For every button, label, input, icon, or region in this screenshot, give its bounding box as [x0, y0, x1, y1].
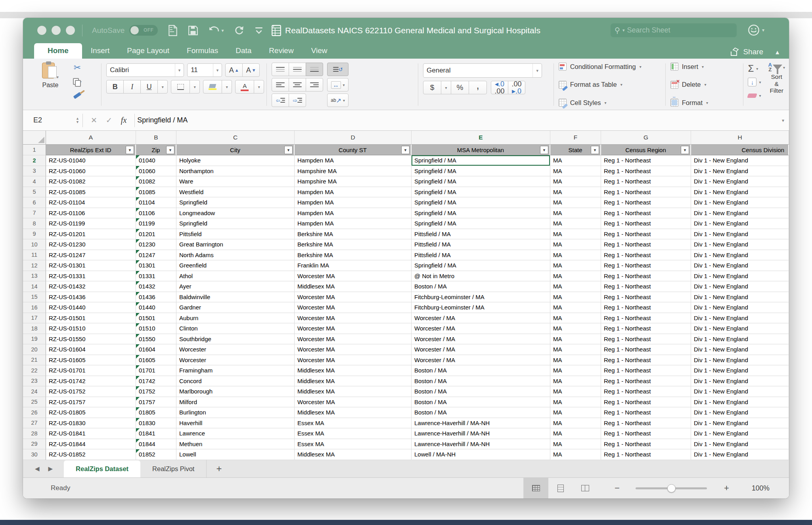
- cell-c11[interactable]: North Adams: [176, 250, 295, 261]
- row-header-27[interactable]: 27: [23, 418, 46, 429]
- cell-d23[interactable]: Middlesex MA: [295, 376, 412, 387]
- cell-e6[interactable]: Springfield / MA: [412, 197, 550, 208]
- collapse-ribbon-icon[interactable]: ▲: [774, 49, 780, 55]
- row-header-23[interactable]: 23: [23, 376, 46, 387]
- cell-a24[interactable]: RZ-US-01752: [46, 386, 136, 397]
- cell-b26[interactable]: 01805: [136, 407, 176, 418]
- number-format-select[interactable]: General ▾: [423, 63, 542, 78]
- cell-b12[interactable]: 01301: [136, 260, 176, 271]
- save-button[interactable]: [188, 25, 198, 36]
- cell-e5[interactable]: Springfield / MA: [412, 187, 550, 198]
- cell-a3[interactable]: RZ-US-01060: [46, 166, 136, 177]
- cell-g9[interactable]: Reg 1 - Northeast: [601, 229, 691, 240]
- tab-data[interactable]: Data: [227, 43, 260, 59]
- cell-g10[interactable]: Reg 1 - Northeast: [601, 239, 691, 250]
- cell-g24[interactable]: Reg 1 - Northeast: [601, 386, 691, 397]
- row-header-25[interactable]: 25: [23, 397, 46, 408]
- cell-a13[interactable]: RZ-US-01331: [46, 271, 136, 282]
- column-header-d[interactable]: D: [295, 131, 412, 145]
- cell-a30[interactable]: RZ-US-01852: [46, 449, 136, 460]
- cell-g25[interactable]: Reg 1 - Northeast: [601, 397, 691, 408]
- cell-d8[interactable]: Hampden MA: [295, 218, 412, 229]
- cell-b7[interactable]: 01106: [136, 208, 176, 219]
- cell-b27[interactable]: 01830: [136, 418, 176, 429]
- cell-f23[interactable]: MA: [550, 376, 601, 387]
- cell-f14[interactable]: MA: [550, 281, 601, 292]
- name-box[interactable]: E2 ▲▼: [23, 116, 82, 124]
- cell-f22[interactable]: MA: [550, 365, 601, 376]
- cell-c13[interactable]: Athol: [176, 271, 295, 282]
- column-filter-button[interactable]: ▼: [126, 146, 134, 154]
- cell-f25[interactable]: MA: [550, 397, 601, 408]
- cell-g16[interactable]: Reg 1 - Northeast: [601, 302, 691, 313]
- cell-c3[interactable]: Northampton: [176, 166, 295, 177]
- header-cell-e1[interactable]: MSA Metropolitan▼: [412, 145, 550, 155]
- cell-c28[interactable]: Lawrence: [176, 428, 295, 439]
- zoom-out-button[interactable]: −: [615, 483, 620, 493]
- cell-d16[interactable]: Worcester MA: [295, 302, 412, 313]
- cell-a21[interactable]: RZ-US-01605: [46, 355, 136, 366]
- cell-h5[interactable]: Div 1 - New England: [691, 187, 789, 198]
- row-header-1[interactable]: 1: [23, 145, 46, 155]
- cell-g29[interactable]: Reg 1 - Northeast: [601, 439, 691, 450]
- cell-a5[interactable]: RZ-US-01085: [46, 187, 136, 198]
- cell-a2[interactable]: RZ-US-01040: [46, 155, 136, 166]
- cell-b10[interactable]: 01230: [136, 239, 176, 250]
- align-right-button[interactable]: [306, 78, 323, 92]
- formula-input[interactable]: Springfield / MA: [135, 116, 188, 124]
- tab-view[interactable]: View: [303, 43, 336, 59]
- cell-e7[interactable]: Springfield / MA: [412, 208, 550, 219]
- cell-h21[interactable]: Div 1 - New England: [691, 355, 789, 366]
- cell-c5[interactable]: Westfield: [176, 187, 295, 198]
- more-commands-button[interactable]: [255, 26, 263, 35]
- wrap-text-button[interactable]: ↺: [327, 63, 349, 76]
- cell-f30[interactable]: MA: [550, 449, 601, 460]
- search-input[interactable]: [627, 26, 733, 34]
- cell-h25[interactable]: Div 1 - New England: [691, 397, 789, 408]
- cell-h30[interactable]: Div 1 - New England: [691, 449, 789, 460]
- cell-g14[interactable]: Reg 1 - Northeast: [601, 281, 691, 292]
- cell-b20[interactable]: 01604: [136, 344, 176, 355]
- cell-c23[interactable]: Concord: [176, 376, 295, 387]
- cell-h27[interactable]: Div 1 - New England: [691, 418, 789, 429]
- cell-h2[interactable]: Div 1 - New England: [691, 155, 789, 166]
- cell-a12[interactable]: RZ-US-01301: [46, 260, 136, 271]
- cell-c19[interactable]: Southbridge: [176, 334, 295, 345]
- cell-d4[interactable]: Hampshire MA: [295, 176, 412, 187]
- cell-h15[interactable]: Div 1 - New England: [691, 292, 789, 303]
- borders-button[interactable]: [171, 80, 190, 94]
- cell-e10[interactable]: Pittsfield / MA: [412, 239, 550, 250]
- cell-g3[interactable]: Reg 1 - Northeast: [601, 166, 691, 177]
- cell-h28[interactable]: Div 1 - New England: [691, 428, 789, 439]
- cell-f3[interactable]: MA: [550, 166, 601, 177]
- next-sheet-button[interactable]: ▶: [48, 465, 53, 472]
- cell-a4[interactable]: RZ-US-01082: [46, 176, 136, 187]
- cell-d10[interactable]: Berkshire MA: [295, 239, 412, 250]
- undo-button[interactable]: ▾: [209, 26, 224, 35]
- cell-a29[interactable]: RZ-US-01844: [46, 439, 136, 450]
- cell-f5[interactable]: MA: [550, 187, 601, 198]
- cell-d14[interactable]: Middlesex MA: [295, 281, 412, 292]
- cell-e4[interactable]: Springfield / MA: [412, 176, 550, 187]
- cell-c18[interactable]: Clinton: [176, 323, 295, 334]
- select-all-corner[interactable]: [23, 131, 46, 145]
- search-sheet-box[interactable]: ⚲ ▾: [611, 23, 737, 37]
- cell-c16[interactable]: Gardner: [176, 302, 295, 313]
- italic-button[interactable]: I: [123, 80, 141, 94]
- cell-g30[interactable]: Reg 1 - Northeast: [601, 449, 691, 460]
- cell-h20[interactable]: Div 1 - New England: [691, 344, 789, 355]
- cell-e9[interactable]: Pittsfield / MA: [412, 229, 550, 240]
- cell-a22[interactable]: RZ-US-01701: [46, 365, 136, 376]
- insert-function-button[interactable]: fx: [121, 116, 126, 125]
- cell-c10[interactable]: Great Barrington: [176, 239, 295, 250]
- cell-g5[interactable]: Reg 1 - Northeast: [601, 187, 691, 198]
- cell-c12[interactable]: Greenfield: [176, 260, 295, 271]
- cell-f17[interactable]: MA: [550, 313, 601, 324]
- row-header-6[interactable]: 6: [23, 197, 46, 208]
- copy-button[interactable]: ▾: [71, 76, 84, 88]
- increase-decimal-button[interactable]: ◂.0.00: [491, 81, 508, 94]
- cell-h24[interactable]: Div 1 - New England: [691, 386, 789, 397]
- cell-e21[interactable]: Worcester / MA: [412, 355, 550, 366]
- cell-a25[interactable]: RZ-US-01757: [46, 397, 136, 408]
- align-top-button[interactable]: [272, 63, 289, 76]
